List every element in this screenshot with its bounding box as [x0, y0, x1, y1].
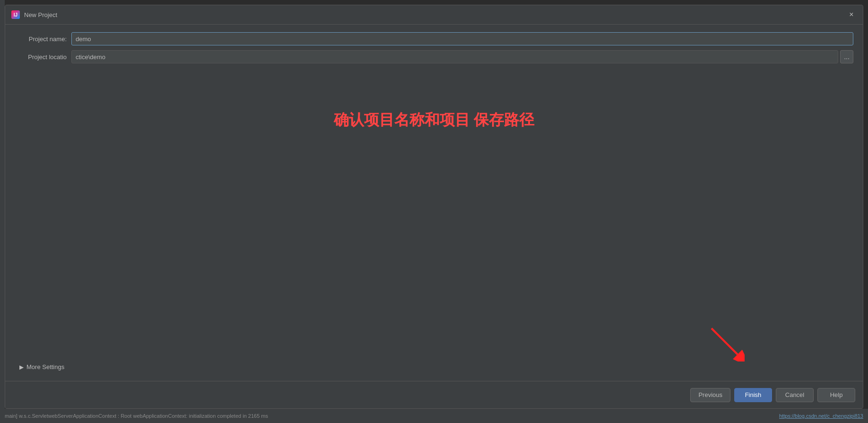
intellij-logo-icon: IJ	[11, 10, 20, 19]
project-location-input[interactable]	[71, 50, 838, 63]
left-sidebar	[0, 0, 5, 423]
help-button[interactable]: Help	[817, 388, 855, 402]
new-project-dialog: IJ New Project × Project name: Project l…	[5, 5, 863, 409]
previous-button[interactable]: Previous	[690, 388, 730, 402]
project-location-row: Project locatio ...	[15, 50, 853, 63]
cancel-button[interactable]: Cancel	[776, 388, 814, 402]
bottom-status-bar: main] w.s.c.ServletwebServerApplicationC…	[0, 409, 868, 423]
status-bar-text: main] w.s.c.ServletwebServerApplicationC…	[5, 413, 779, 419]
project-location-label: Project locatio	[15, 53, 71, 61]
browse-button[interactable]: ...	[840, 50, 853, 63]
project-name-label: Project name:	[15, 35, 71, 43]
project-name-input[interactable]	[71, 32, 853, 45]
more-settings-label: More Settings	[26, 363, 64, 370]
close-button[interactable]: ×	[846, 9, 857, 20]
more-settings-section[interactable]: ▶ More Settings	[19, 363, 64, 370]
svg-line-1	[712, 328, 738, 354]
annotation-text: 确认项目名称和项目 保存路径	[5, 110, 863, 131]
dialog-title-icon: IJ	[11, 10, 20, 19]
finish-button[interactable]: Finish	[734, 388, 772, 402]
more-settings-triangle-icon: ▶	[19, 364, 24, 370]
dialog-content: Project name: Project locatio ... 确认项目名称…	[5, 25, 863, 408]
project-name-row: Project name:	[15, 32, 853, 45]
csdn-url[interactable]: https://blog.csdn.net/c_chengzipi813	[779, 413, 863, 419]
dialog-titlebar: IJ New Project ×	[5, 5, 863, 25]
dialog-title-text: New Project	[24, 11, 846, 18]
dialog-footer: Previous Finish Cancel Help	[5, 381, 863, 408]
red-arrow-annotation	[707, 324, 745, 363]
